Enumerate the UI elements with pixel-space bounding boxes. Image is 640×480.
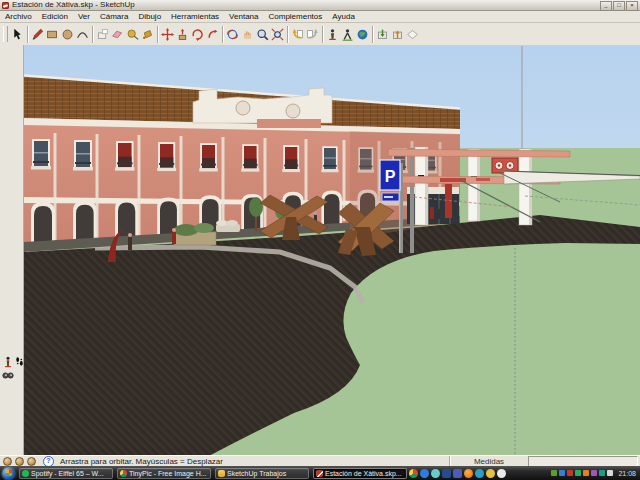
task-label: Spotify - Eiffel 65 – W... [31,470,104,477]
rectangle-icon [46,28,59,41]
look-around-eyes-icon [2,372,14,379]
tool-rectangle[interactable] [45,25,60,44]
circle-icon [61,28,74,41]
menu-bar: Archivo Edición Ver Cámara Dibujo Herram… [0,11,640,23]
tray-icon[interactable] [575,470,581,476]
taskbar-item-spotify[interactable]: Spotify - Eiffel 65 – W... [19,468,113,479]
position-camera-icon [3,356,13,368]
arc-icon [76,28,89,41]
tool-select[interactable] [10,25,25,44]
tray-icon[interactable] [559,470,565,476]
menu-edicion[interactable]: Edición [37,11,73,22]
tool-paint-bucket[interactable] [140,25,155,44]
zoom-extents-icon [271,28,284,41]
volume-icon[interactable] [607,470,613,476]
component-icon [96,28,109,41]
chrome-icon[interactable] [409,469,418,478]
main-toolbar [0,23,640,46]
maximize-button[interactable]: □ [613,1,625,11]
tray-icon[interactable] [591,470,597,476]
tray-icon[interactable] [599,470,605,476]
toolbar-grip[interactable] [3,26,8,42]
tool-make-component[interactable] [95,25,110,44]
footprints-icon [15,356,24,367]
taskbar-item-sketchup-active[interactable]: Estación de Xàtiva.skp... [313,468,407,479]
tool-walk[interactable] [340,25,355,44]
tray-icon[interactable] [583,470,589,476]
paint-bucket-icon [141,28,154,41]
tool-zoom-extents[interactable] [270,25,285,44]
status-indicator-icon[interactable] [15,457,24,466]
push-pull-icon [176,28,189,41]
app-icon[interactable] [486,469,495,478]
tool-toggle-terrain[interactable] [405,25,420,44]
tool-eraser[interactable] [110,25,125,44]
rotate-icon [191,28,204,41]
task-label: TinyPic - Free Image H... [129,470,207,477]
tool-position-camera[interactable] [325,25,340,44]
tool-get-current-view[interactable] [375,25,390,44]
taskbar: Spotify - Eiffel 65 – W... TinyPic - Fre… [0,466,640,480]
tool-push-pull[interactable] [175,25,190,44]
menu-ventana[interactable]: Ventana [224,11,263,22]
status-indicator-icon[interactable] [3,457,12,466]
minimize-button[interactable]: _ [600,1,612,11]
previous-view-icon [291,28,304,41]
tool-place-model[interactable] [390,25,405,44]
offset-icon [206,28,219,41]
system-tray: 21:08 [549,470,640,477]
task-label: Estación de Xàtiva.skp... [325,470,402,477]
tool-arc[interactable] [75,25,90,44]
tool-tape-measure[interactable] [125,25,140,44]
skype-icon[interactable] [475,469,484,478]
menu-complementos[interactable]: Complementos [263,11,327,22]
eraser-icon [111,28,124,41]
tray-icon[interactable] [551,470,557,476]
toggle-terrain-icon [406,28,419,41]
tool-orbit[interactable] [225,25,240,44]
close-button[interactable]: × [626,1,638,11]
taskbar-item-tinypic[interactable]: TinyPic - Free Image H... [117,468,211,479]
tool-circle[interactable] [60,25,75,44]
chat-icon[interactable] [497,469,506,478]
tray-icon[interactable] [567,470,573,476]
tool-zoom[interactable] [255,25,270,44]
tool-google-earth[interactable] [355,25,370,44]
photoshop-icon[interactable] [442,469,451,478]
orbit-icon [226,28,239,41]
tool-offset[interactable] [205,25,220,44]
tool-line[interactable] [30,25,45,44]
status-indicator-icon[interactable] [27,457,36,466]
tool-move[interactable] [160,25,175,44]
tool-rotate[interactable] [190,25,205,44]
internet-explorer-icon[interactable] [431,469,440,478]
toolbar-separator [157,26,158,43]
measurements-label: Medidas [450,457,528,466]
sketchup-logo-icon [2,2,9,9]
task-label: SketchUp Trabajos [227,470,286,477]
tool-next-view[interactable] [305,25,320,44]
start-button[interactable] [2,467,15,480]
position-camera-icon [326,28,339,41]
tool-pan[interactable] [240,25,255,44]
toolbar-separator [27,26,28,43]
app-icon[interactable] [453,469,462,478]
menu-ayuda[interactable]: Ayuda [327,11,360,22]
3d-viewport[interactable]: P [24,45,640,455]
title-bar[interactable]: Estación de Xàtiva.skp - SketchUp _ □ × [0,0,640,11]
tape-measure-icon [126,28,139,41]
window-title: Estación de Xàtiva.skp - SketchUp [12,0,135,10]
menu-ver[interactable]: Ver [73,11,95,22]
taskbar-clock: 21:08 [618,470,636,477]
menu-dibujo[interactable]: Dibujo [133,11,166,22]
taskbar-item-folder[interactable]: SketchUp Trabajos [215,468,309,479]
menu-herramientas[interactable]: Herramientas [166,11,224,22]
messenger-icon[interactable] [420,469,429,478]
menu-archivo[interactable]: Archivo [0,11,37,22]
tool-previous-view[interactable] [290,25,305,44]
pan-hand-icon [241,28,254,41]
tool-look-around[interactable] [2,369,14,382]
toolbar-separator [287,26,288,43]
menu-camara[interactable]: Cámara [95,11,133,22]
firefox-icon[interactable] [464,469,473,478]
